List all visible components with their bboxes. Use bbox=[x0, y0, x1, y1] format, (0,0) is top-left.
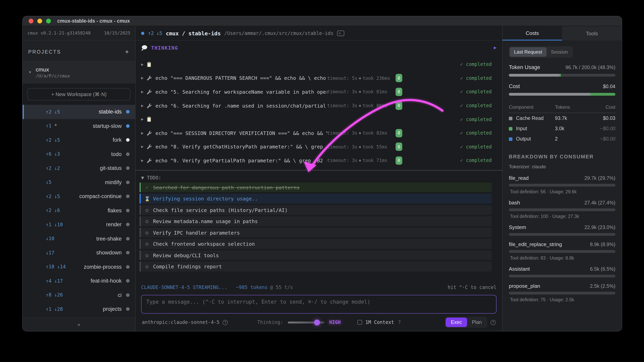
tool-call-row[interactable]: ▶echo "6. Searching for .name used in se… bbox=[136, 99, 502, 113]
new-workspace-button[interactable]: + New Workspace (⌘·N) bbox=[28, 88, 130, 100]
sidebar-item-projects[interactable]: ↑1↓28projects bbox=[23, 302, 135, 316]
workspace-git-counts: ↑1↓10 bbox=[46, 222, 63, 227]
expand-caret-icon[interactable]: ▶ bbox=[141, 76, 147, 80]
workspace-status-dot bbox=[126, 138, 130, 142]
mode-help-icon[interactable]: ? bbox=[490, 320, 496, 325]
tab-tools[interactable]: Tools bbox=[562, 26, 622, 40]
sidebar-item-feat-init-hook[interactable]: ↑4↓17feat-init-hook bbox=[23, 274, 135, 288]
workspace-status-dot bbox=[126, 237, 130, 240]
zoom-window-button[interactable] bbox=[46, 19, 51, 23]
exec-mode-button[interactable]: Exec bbox=[446, 318, 467, 327]
consumer-caption: Tool definition: 56 · Usage: 29.6k bbox=[509, 189, 616, 194]
minimize-window-button[interactable] bbox=[37, 19, 42, 23]
context-checkbox[interactable] bbox=[358, 320, 362, 325]
workspace-name: fork bbox=[113, 137, 122, 143]
behind-count: ↓5 bbox=[46, 180, 52, 185]
expand-caret-icon[interactable]: ▶ bbox=[141, 159, 147, 162]
todo-item[interactable]: ✓Searched for dangerous path constructio… bbox=[140, 182, 492, 192]
consumer-bar bbox=[509, 233, 616, 236]
project-row[interactable]: ▼ cmux /U/a/P/c/cmux bbox=[23, 61, 135, 83]
collapse-caret-icon[interactable]: ▼ bbox=[28, 70, 32, 74]
tool-call-row[interactable]: ▶echo "=== SESSION DIRECTORY VERIFICATIO… bbox=[136, 126, 502, 140]
consumer-value: 27.4k (27.4%) bbox=[584, 200, 616, 206]
thinking-slider-knob[interactable] bbox=[314, 319, 320, 325]
clipboard-row[interactable]: ▶✓ completed bbox=[136, 113, 502, 126]
expand-caret-icon[interactable]: ▶ bbox=[141, 90, 147, 94]
behind-count: ↓3 bbox=[54, 152, 60, 157]
thinking-slider[interactable] bbox=[288, 321, 324, 323]
cost-block: Cost $0.04 bbox=[509, 83, 616, 96]
workspace-name: mintlify bbox=[105, 180, 122, 185]
sidebar-item-git-status[interactable]: ↑2↓2git-status bbox=[23, 161, 135, 175]
workspace-git-counts: ↑1↓28 bbox=[46, 306, 63, 312]
todo-item[interactable]: ⌛Verifying session directory usage.. bbox=[140, 194, 492, 204]
sidebar-item-tree-shake[interactable]: ↓10tree-shake bbox=[23, 232, 135, 246]
consumer-bar-fill bbox=[509, 275, 516, 277]
scope-segmented-control: Last Request Session bbox=[509, 46, 573, 58]
consumer-block: propose_plan2.5k (2.5%)Tool definition: … bbox=[509, 283, 616, 302]
close-window-button[interactable] bbox=[28, 19, 34, 23]
behind-count: ↓26 bbox=[54, 292, 63, 298]
model-selector[interactable]: anthropic:claude-sonnet-4-5 bbox=[142, 320, 220, 325]
tool-call-row[interactable]: ▶echo "=== DANGEROUS PATTERN SEARCH ==="… bbox=[136, 71, 502, 85]
token-rate: @ 55 t/s bbox=[270, 285, 293, 290]
consumer-name: bash bbox=[509, 200, 520, 206]
consumer-bar-fill bbox=[509, 208, 538, 211]
tool-call-row[interactable]: ▶echo "8. Verify getChatHistoryPath para… bbox=[136, 140, 502, 154]
todo-item[interactable]: ○Review debug/CLI tools bbox=[140, 250, 492, 260]
todo-item[interactable]: ○Compile findings report bbox=[140, 262, 492, 272]
dirty-indicator: * bbox=[54, 123, 57, 129]
expand-caret-icon[interactable]: ▶ bbox=[141, 131, 147, 135]
sidebar-item-todo[interactable]: ↑6↓3todo bbox=[23, 147, 135, 161]
workspace-status-dot bbox=[126, 307, 130, 311]
ahead-count: ↑1 bbox=[46, 306, 52, 312]
workspace-name: zombie-process bbox=[84, 264, 122, 270]
expand-caret-icon[interactable]: ▶ bbox=[141, 145, 147, 149]
message-input[interactable] bbox=[146, 299, 491, 310]
circle-icon: ○ bbox=[144, 207, 150, 212]
plan-mode-button[interactable]: Plan bbox=[467, 318, 486, 327]
component-row: Output2~$0.00 bbox=[509, 134, 616, 144]
thinking-row[interactable]: THINKING ▶ bbox=[136, 43, 502, 52]
workspace-name: flakes bbox=[108, 208, 122, 213]
todo-item[interactable]: ○Review metadata.name usage in paths bbox=[140, 216, 492, 226]
dot-separator bbox=[359, 160, 361, 162]
consumer-head: file_read29.7k (29.7%) bbox=[509, 175, 616, 181]
context-help[interactable]: ? bbox=[398, 320, 401, 325]
scope-session[interactable]: Session bbox=[546, 47, 572, 57]
todo-header[interactable]: ▼ TODO: bbox=[136, 173, 502, 182]
expand-caret-icon[interactable]: ▶ bbox=[141, 104, 147, 107]
model-help-icon[interactable]: ? bbox=[222, 320, 228, 325]
sidebar-item-flakes[interactable]: ↑2↓6flakes bbox=[23, 203, 135, 217]
sidebar-item-mintlify[interactable]: ↓5mintlify bbox=[23, 175, 135, 189]
sidebar-collapse-button[interactable]: « bbox=[23, 318, 135, 331]
tab-costs[interactable]: Costs bbox=[502, 26, 562, 40]
sidebar-item-stable-ids[interactable]: ↑2↓5stable-ids bbox=[23, 105, 135, 119]
workspace-name: git-status bbox=[100, 165, 122, 171]
tool-call-row[interactable]: ▶echo "5. Searching for workspaceName va… bbox=[136, 85, 502, 99]
sidebar-item-zombie-process[interactable]: ↑18↓14zombie-process bbox=[23, 260, 135, 274]
sidebar-item-fork[interactable]: ↑2↓5fork bbox=[23, 133, 135, 147]
thinking-expand-icon[interactable]: ▶ bbox=[494, 46, 496, 50]
terminal-icon[interactable]: >_ bbox=[337, 30, 344, 36]
tool-call-row[interactable]: ▶echo "9. Verify getPartialPath paramete… bbox=[136, 154, 502, 167]
expand-caret-icon[interactable]: ▶ bbox=[141, 63, 147, 66]
sidebar-item-compact-continue[interactable]: ↑2↓5compact-continue bbox=[23, 189, 135, 203]
consumer-caption: Tool definition: 83 · Usage: 8.8k bbox=[509, 256, 616, 260]
todo-item[interactable]: ○Check file service paths (History/Parti… bbox=[140, 205, 492, 215]
consumer-block: Assistant6.5k (6.5%) bbox=[509, 266, 616, 277]
behind-count: ↓2 bbox=[54, 166, 60, 171]
workspace-status-dot bbox=[126, 209, 130, 212]
clipboard-row[interactable]: ▶✓ completed bbox=[136, 58, 502, 71]
scope-last-request[interactable]: Last Request bbox=[510, 47, 546, 57]
sidebar-item-render[interactable]: ↑1↓10render bbox=[23, 217, 135, 232]
expand-caret-icon[interactable]: ▶ bbox=[141, 118, 147, 121]
mode-switch: Exec Plan bbox=[445, 317, 487, 328]
todo-item[interactable]: ○Check frontend workspace selection bbox=[140, 239, 492, 249]
component-name: Input bbox=[516, 126, 527, 131]
sidebar-item-ci[interactable]: ↑8↓26ci bbox=[23, 288, 135, 302]
add-project-button[interactable]: + bbox=[125, 48, 129, 56]
sidebar-item-showdown[interactable]: ↓17showdown bbox=[23, 246, 135, 260]
sidebar-item-startup-slow[interactable]: ↑1*startup-slow bbox=[23, 119, 135, 133]
todo-item[interactable]: ○Verify IPC handler parameters bbox=[140, 228, 492, 238]
